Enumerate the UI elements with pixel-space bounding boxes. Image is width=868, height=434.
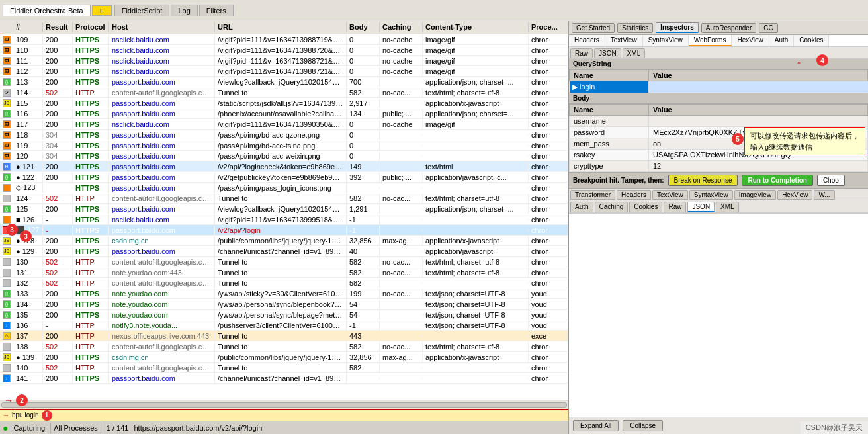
- table-row[interactable]: JS ● 129 200 HTTPS passport.baidu.com /c…: [0, 246, 568, 257]
- table-row[interactable]: {} 116 200 HTTPS passport.baidu.com /pho…: [0, 108, 568, 119]
- table-row[interactable]: JS 115 200 HTTPS passport.baidu.com /sta…: [0, 98, 568, 108]
- row-icon: 🖼: [3, 131, 11, 139]
- table-row[interactable]: 🖼 117 200 HTTPS nsclick.baidu.com /v.gif…: [0, 119, 568, 130]
- run-to-completion-button[interactable]: Run to Completion: [742, 175, 812, 186]
- row-process: chror: [529, 99, 568, 108]
- subtab-raw[interactable]: Raw: [570, 48, 593, 58]
- table-row[interactable]: {} 133 200 HTTPS note.youdao.com /yws/ap…: [0, 288, 568, 299]
- row-process: chror: [529, 257, 568, 267]
- row-process: chror: [529, 162, 568, 171]
- row-num: 118: [13, 130, 43, 140]
- table-row[interactable]: ↓ 136 - HTTP notify3.note.youda... /push…: [0, 320, 568, 331]
- tab-log[interactable]: Log: [171, 5, 197, 16]
- table-row[interactable]: 🖼 111 200 HTTPS nsclick.baidu.com /v.gif…: [0, 56, 568, 66]
- table-row[interactable]: 132 502 HTTP content-autofill.googleapis…: [0, 278, 568, 288]
- table-row[interactable]: JS ● 139 200 HTTPS csdnimg.cn /public/co…: [0, 352, 568, 363]
- resp-tab-syntaxview[interactable]: SyntaxView: [689, 190, 733, 200]
- table-row[interactable]: {} 135 200 HTTPS note.youdao.com /yws/ap…: [0, 310, 568, 320]
- btn-get-started[interactable]: Get Started: [572, 23, 615, 33]
- choose-button[interactable]: Choo: [817, 175, 845, 186]
- row-body: 0: [347, 56, 380, 65]
- break-on-response-button[interactable]: Break on Response: [668, 175, 738, 186]
- resp-tab-w[interactable]: W...: [814, 190, 834, 200]
- row-content: application/javascript; c...: [423, 173, 529, 182]
- subtab-json[interactable]: JSON: [594, 48, 621, 58]
- subtab-xml[interactable]: XML: [623, 48, 646, 58]
- table-row-breakpoint[interactable]: ⏸ ⬛ 127 - HTTPS passport.baidu.com /v2/a…: [0, 225, 568, 236]
- tab-headers[interactable]: Headers: [569, 35, 605, 46]
- annotation-2-container: → 2: [4, 394, 28, 406]
- col-content-header: Content-Type: [423, 22, 529, 32]
- resp-subtab-json[interactable]: JSON: [687, 202, 715, 212]
- row-host: content-autofill.googleapis.com:443: [109, 194, 215, 203]
- table-row[interactable]: 138 502 HTTP content-autofill.googleapis…: [0, 341, 568, 352]
- resp-tab-imageview[interactable]: ImageView: [734, 190, 776, 200]
- table-row[interactable]: {} 125 200 HTTPS passport.baidu.com /vie…: [0, 204, 568, 214]
- tab-textview[interactable]: TextView: [605, 35, 643, 46]
- tab-fiddler-orchestra[interactable]: Fiddler Orchestra Beta: [3, 5, 91, 16]
- resp-tab-headers[interactable]: Headers: [617, 190, 651, 200]
- table-row[interactable]: ↓ 141 200 HTTPS passport.baidu.com /chan…: [0, 373, 568, 384]
- row-body: 582: [347, 363, 380, 372]
- tab-webforms[interactable]: WebForms: [689, 35, 732, 46]
- table-row[interactable]: 140 502 HTTP content-autofill.googleapis…: [0, 363, 568, 373]
- btn-auto-responder[interactable]: AutoResponder: [701, 23, 757, 33]
- querystring-row[interactable]: ▶ login: [570, 81, 868, 93]
- table-row[interactable]: ◇ 123 HTTPS passport.baidu.com /passApi/…: [0, 183, 568, 193]
- resp-subtab-xml[interactable]: XML: [716, 202, 739, 212]
- row-url: /passApi/img/bd-acc-qzone.png: [215, 130, 347, 140]
- expand-all-button[interactable]: Expand All: [573, 420, 619, 431]
- table-row[interactable]: 🖼 119 304 HTTPS passport.baidu.com /pass…: [0, 140, 568, 151]
- row-body: 0: [347, 141, 380, 150]
- btn-inspectors[interactable]: Inspectors: [656, 22, 699, 33]
- row-caching: no-cac...: [380, 268, 423, 277]
- table-row[interactable]: JS ● 128 200 HTTPS csdnimg.cn /public/co…: [0, 236, 568, 246]
- table-row[interactable]: 131 502 HTTP note.youdao.com:443 Tunnel …: [0, 267, 568, 278]
- row-host: passport.baidu.com: [109, 374, 215, 383]
- btn-cc[interactable]: CC: [759, 23, 777, 33]
- table-row[interactable]: ⚠ 137 200 HTTP nexus.officeapps.live.com…: [0, 331, 568, 341]
- tab-syntaxview[interactable]: SyntaxView: [643, 35, 689, 46]
- table-row[interactable]: H ● 121 200 HTTPS passport.baidu.com /v2…: [0, 161, 568, 172]
- row-protocol: HTTPS: [73, 109, 109, 118]
- btn-statistics[interactable]: Statistics: [617, 23, 653, 33]
- table-row[interactable]: ■ 126 - HTTPS nsclick.baidu.com /v.gif?p…: [0, 214, 568, 225]
- row-result: 502: [43, 342, 73, 351]
- row-result: 304: [43, 130, 73, 140]
- row-host: passport.baidu.com: [109, 152, 215, 161]
- breakpoint-text: Breakpoint hit. Tamper, then:: [573, 177, 664, 184]
- row-body: 0: [347, 35, 380, 44]
- row-url: /yws/api/sticky?v=30&ClientVer=610000100…: [215, 289, 347, 298]
- table-row[interactable]: 124 502 HTTP content-autofill.googleapis…: [0, 193, 568, 204]
- resp-subtab-cookies[interactable]: Cookies: [629, 202, 662, 212]
- resp-subtab-raw[interactable]: Raw: [664, 202, 686, 212]
- tab-auth[interactable]: Auth: [769, 35, 795, 46]
- tab-fiddler-script[interactable]: FiddlerScript: [114, 5, 170, 16]
- table-row[interactable]: 🖼 120 304 HTTPS passport.baidu.com /pass…: [0, 151, 568, 161]
- body-row-username[interactable]: username: [570, 116, 868, 127]
- row-protocol: HTTP: [73, 331, 109, 341]
- table-row[interactable]: 🖼 112 200 HTTPS nsclick.baidu.com /v.gif…: [0, 66, 568, 77]
- row-protocol: HTTPS: [73, 173, 109, 182]
- table-row[interactable]: 🖼 109 200 HTTPS nsclick.baidu.com /v.gif…: [0, 34, 568, 45]
- resp-tab-hexview[interactable]: HexView: [777, 190, 812, 200]
- table-row[interactable]: 130 502 HTTP content-autofill.googleapis…: [0, 257, 568, 267]
- resp-subtab-caching[interactable]: Caching: [595, 202, 629, 212]
- row-icon: JS: [3, 247, 11, 255]
- row-body: 0: [347, 120, 380, 129]
- resp-tab-textview[interactable]: TextView: [652, 190, 688, 200]
- table-row[interactable]: 🖼 118 304 HTTPS passport.baidu.com /pass…: [0, 130, 568, 140]
- table-row[interactable]: {} 113 200 HTTPS passport.baidu.com /vie…: [0, 77, 568, 87]
- table-row[interactable]: {} 134 200 HTTPS note.youdao.com /yws/ap…: [0, 299, 568, 310]
- collapse-button[interactable]: Collapse: [623, 420, 663, 431]
- horizontal-scrollbar[interactable]: [0, 400, 568, 409]
- tab-hexview[interactable]: HexView: [732, 35, 769, 46]
- tab-filters[interactable]: Filters: [199, 5, 234, 16]
- table-row[interactable]: {} ● 122 200 HTTPS passport.baidu.com /v…: [0, 172, 568, 183]
- resp-subtab-auth[interactable]: Auth: [570, 202, 593, 212]
- body-row-crypttype[interactable]: crypttype 12: [570, 161, 868, 172]
- resp-tab-transformer[interactable]: Transformer: [570, 190, 615, 200]
- tab-cookies[interactable]: Cookies: [794, 35, 829, 46]
- table-row[interactable]: ⟳ 114 502 HTTP content-autofill.googleap…: [0, 87, 568, 98]
- table-row[interactable]: 🖼 110 200 HTTPS nsclick.baidu.com /v.gif…: [0, 45, 568, 56]
